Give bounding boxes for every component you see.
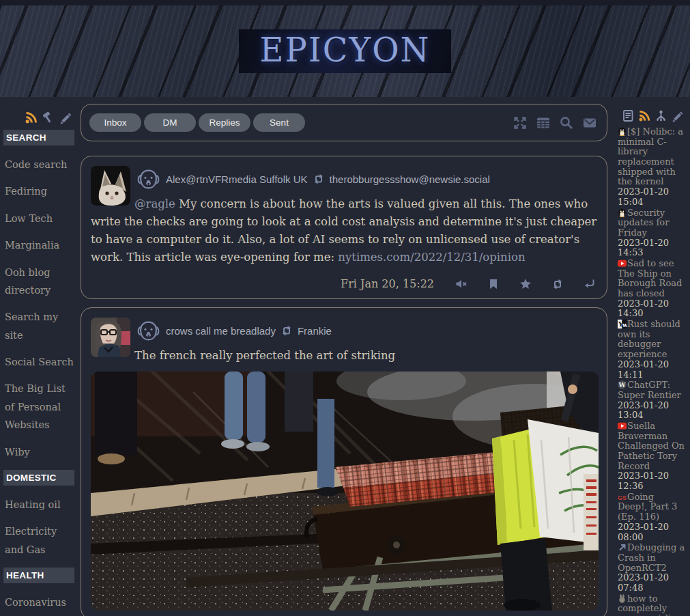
mail-icon[interactable] [582,115,597,130]
epicyon-dog-icon [136,167,161,192]
news-link[interactable]: Going Deep!, Part 3 (Ep. 116) [618,492,677,522]
rss-icon[interactable] [25,111,38,124]
news-item: Rust should own its debugger experience … [618,320,686,380]
media-grid-icon[interactable] [536,115,551,130]
sidebar-link-search-my-site[interactable]: Search my site [5,308,74,344]
news-link[interactable]: ChatGPT: Super Rentier [618,380,681,400]
newswire-column: [$] Nolibc: a minimal C-library replacem… [613,109,689,616]
post-boosted-from[interactable]: Frankie [298,325,332,337]
wordpress-icon [618,380,627,389]
post-image[interactable] [91,372,599,611]
left-links-column: SEARCH Code search Fediring Low Tech Mar… [0,97,77,616]
post: Alex@rtnVFRmedia Suffolk UK therobburges… [81,156,607,299]
sidebar-header-domestic: DOMESTIC [3,470,74,486]
top-strip [0,0,690,5]
edit-pen-icon[interactable] [59,111,72,124]
tab-replies[interactable]: Replies [199,113,250,132]
news-item: Debugging a Crash in OpenRCT2 2023-01-20… [618,543,686,593]
news-link[interactable]: Rust should own its debugger experience [618,319,680,359]
bookmark-icon[interactable] [487,278,500,290]
sidebar-link-electricity-gas[interactable]: Electricity and Gas [5,522,74,559]
news-link[interactable]: Sad to see The Ship on Borough Road has … [618,258,682,298]
newswire-tree-icon[interactable] [655,109,667,122]
tab-sent[interactable]: Sent [253,113,305,132]
post-text: The french really perfected the art of s… [134,349,395,362]
news-date: 2023-01-20 14:11 [618,360,686,380]
news-date: 2023-01-20 13:04 [618,401,686,421]
profile-banner[interactable]: EPICYON [0,5,690,97]
news-item: Going Deep!, Part 3 (Ep. 116) 2023-01-20… [618,492,686,542]
tab-dm[interactable]: DM [144,113,196,132]
reply-icon[interactable] [584,278,596,290]
search-icon[interactable] [559,115,574,130]
avatar[interactable] [91,318,130,357]
sidebar-header-health: HEALTH [3,568,74,583]
post: crows call me breadlady Frankie The fren… [81,307,607,616]
epicyon-dog-icon [136,318,161,344]
sidebar-link-big-list[interactable]: The Big List of Personal Websites [5,380,74,434]
avatar[interactable] [91,166,130,206]
news-date: 2023-01-20 14:53 [618,238,686,258]
sidebar-link-wiby[interactable]: Wiby [5,443,74,461]
news-date: 2023-01-20 08:00 [618,522,686,542]
sidebar-link-code-search[interactable]: Code search [5,156,74,173]
newswire-doc-icon[interactable] [622,109,635,122]
post-boosted-from[interactable]: therobburgessshow@newsie.social [330,173,490,185]
rabbit-icon [618,594,627,603]
news-link[interactable]: Security updates for Friday [618,208,669,238]
news-item: Sad to see The Ship on Borough Road has … [618,259,686,319]
external-arrow-icon [618,543,627,552]
news-link[interactable]: Suella Braverman Challenged On Pathetic … [618,421,685,471]
news-link[interactable]: Debugging a Crash in OpenRCT2 [618,542,685,572]
news-item: how to completely own an airline in 3 [618,594,686,616]
news-date: 2023-01-20 07:48 [618,573,686,593]
sidebar-link-heating-oil[interactable]: Heating oil [5,496,74,514]
yw-favicon-icon [618,320,627,328]
sidebar-link-marginalia[interactable]: Marginalia [5,236,74,254]
repeat-icon[interactable] [551,278,564,290]
news-link[interactable]: [$] Nolibc: a minimal C-library replacem… [618,126,683,186]
news-date: 2023-01-20 14:30 [618,299,686,319]
boost-icon [313,173,325,185]
post-timestamp: Fri Jan 20, 15:22 [341,277,434,290]
sidebar-link-fediring[interactable]: Fediring [5,182,74,200]
sidebar-header-search: SEARCH [3,130,74,145]
banner-title: EPICYON [239,29,450,73]
news-date: 2023-01-20 15:04 [618,187,686,207]
youtube-icon [618,259,627,268]
like-star-icon[interactable] [519,278,532,290]
sidebar-link-low-tech[interactable]: Low Tech [5,210,74,227]
news-item: ChatGPT: Super Rentier 2023-01-20 13:04 [618,380,686,421]
post-author[interactable]: Alex@rtnVFRmedia Suffolk UK [166,173,308,185]
tab-inbox[interactable]: Inbox [89,113,141,132]
hammer-icon[interactable] [42,111,55,124]
penguin-icon [618,127,627,136]
timeline-header: Inbox DM Replies Sent [81,104,607,141]
sidebar-link-coronavirus[interactable]: Coronavirus statistics [5,593,74,616]
youtube-icon [618,421,627,430]
gs-favicon-icon [618,492,627,501]
penguin-icon [618,208,627,217]
news-link[interactable]: how to completely own an airline in 3 [618,593,682,616]
post-url-link[interactable]: nytimes.com/2022/12/31/opinion [338,251,525,264]
mention-link[interactable]: @ragle [134,197,175,210]
sidebar-link-ooh-blog-directory[interactable]: Ooh blog directory [5,264,74,300]
rss-icon[interactable] [638,109,651,122]
timeline-column: Inbox DM Replies Sent [81,104,607,616]
mute-icon[interactable] [455,278,468,290]
news-date: 2023-01-20 12:36 [618,471,686,491]
expand-icon[interactable] [513,115,528,130]
boost-icon [281,324,293,337]
post-author[interactable]: crows call me breadlady [166,325,276,337]
news-item: Security updates for Friday 2023-01-20 1… [618,208,686,258]
news-item: Suella Braverman Challenged On Pathetic … [618,421,686,492]
news-item: [$] Nolibc: a minimal C-library replacem… [618,127,686,208]
edit-pen-icon[interactable] [671,109,684,122]
sidebar-link-social-search[interactable]: Social Search [5,353,74,371]
